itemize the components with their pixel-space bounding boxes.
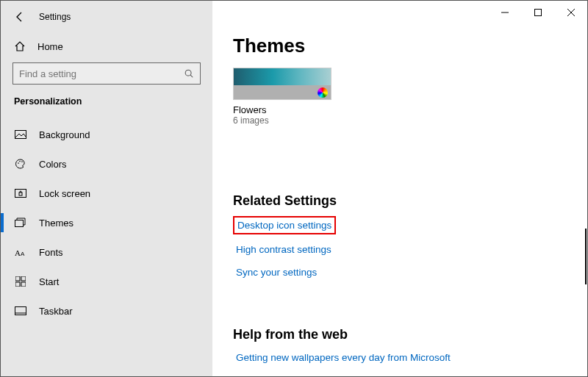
nav-label: Lock screen (39, 188, 90, 199)
link-sync-settings[interactable]: Sync your settings (233, 265, 320, 280)
color-wheel-icon (318, 87, 328, 98)
nav-item-taskbar[interactable]: Taskbar (1, 296, 212, 326)
theme-subtitle: 6 images (233, 115, 331, 126)
theme-thumbnail (233, 68, 331, 100)
svg-rect-14 (21, 282, 26, 287)
nav-item-colors[interactable]: Colors (1, 149, 212, 179)
nav-label: Fonts (39, 247, 63, 258)
svg-line-1 (190, 75, 193, 77)
fonts-icon: AA (14, 247, 27, 257)
back-button[interactable] (10, 7, 30, 27)
nav-label: Background (39, 129, 90, 140)
nav-item-fonts[interactable]: AA Fonts (1, 237, 212, 267)
nav-item-background[interactable]: Background (1, 120, 212, 149)
sidebar: Settings Home Personalization Background… (1, 1, 212, 376)
close-button[interactable] (554, 1, 587, 24)
svg-rect-8 (15, 220, 24, 227)
svg-rect-15 (15, 307, 26, 315)
theme-preview[interactable]: Flowers 6 images (233, 68, 331, 126)
picture-icon (14, 130, 27, 139)
search-box[interactable] (12, 62, 201, 85)
svg-point-5 (21, 161, 23, 162)
svg-rect-6 (15, 190, 26, 198)
link-high-contrast[interactable]: High contrast settings (233, 242, 334, 257)
nav-item-lockscreen[interactable]: Lock screen (1, 179, 212, 208)
svg-point-4 (19, 161, 21, 162)
app-title: Settings (39, 12, 71, 22)
link-wallpapers-help[interactable]: Getting new wallpapers every day from Mi… (233, 350, 453, 365)
themes-icon (14, 218, 27, 228)
section-label: Personalization (1, 92, 212, 120)
help-heading: Help from the web (233, 327, 587, 342)
taskbar-icon (14, 306, 27, 315)
link-desktop-icon-settings[interactable]: Desktop icon settings (233, 216, 336, 234)
nav-label: Start (39, 276, 59, 287)
nav-label: Taskbar (39, 306, 73, 317)
svg-rect-18 (534, 10, 541, 16)
nav-list: Background Colors Lock screen Themes AA … (1, 120, 212, 326)
theme-name: Flowers (233, 104, 331, 115)
page-title: Themes (233, 35, 587, 57)
svg-text:A: A (15, 248, 21, 257)
svg-point-0 (185, 70, 191, 76)
search-input[interactable] (19, 68, 184, 79)
palette-icon (14, 158, 27, 170)
svg-rect-12 (21, 276, 26, 281)
home-nav[interactable]: Home (1, 33, 212, 60)
svg-text:A: A (21, 251, 25, 257)
home-label: Home (37, 41, 63, 52)
svg-rect-13 (15, 282, 20, 287)
scrollbar[interactable] (585, 229, 587, 284)
nav-label: Themes (39, 218, 74, 229)
lockscreen-icon (14, 189, 27, 198)
maximize-button[interactable] (521, 1, 554, 24)
main-content: Themes Flowers 6 images Related Settings… (212, 1, 587, 376)
svg-rect-11 (15, 276, 20, 281)
nav-label: Colors (39, 159, 67, 170)
nav-item-themes[interactable]: Themes (1, 208, 212, 237)
nav-item-start[interactable]: Start (1, 267, 212, 296)
home-icon (14, 40, 27, 52)
related-heading: Related Settings (233, 193, 587, 209)
svg-point-3 (18, 162, 19, 164)
svg-rect-7 (19, 193, 22, 195)
minimize-button[interactable] (488, 1, 521, 24)
start-icon (14, 276, 27, 287)
search-icon (184, 68, 194, 79)
